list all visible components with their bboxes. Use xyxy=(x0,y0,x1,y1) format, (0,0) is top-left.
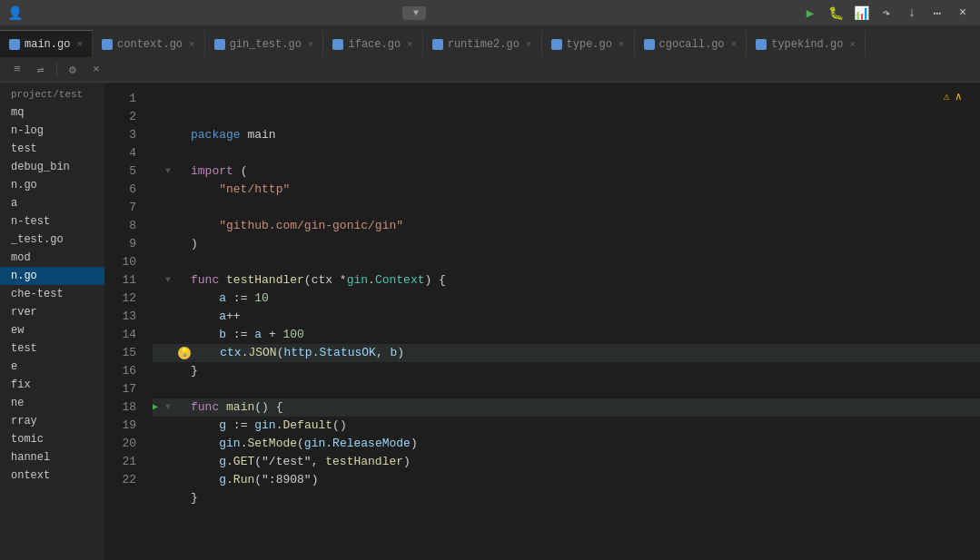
step-over-button[interactable]: ↷ xyxy=(876,3,896,23)
sidebar-item[interactable]: mq xyxy=(0,103,104,122)
tab-close-button[interactable]: × xyxy=(189,39,195,50)
sidebar-item[interactable]: fix xyxy=(0,376,104,394)
sidebar-item[interactable]: ew xyxy=(0,321,104,339)
tab-close-button[interactable]: × xyxy=(526,39,532,50)
code-line xyxy=(153,199,980,217)
code-line: b := a + 100 xyxy=(153,326,980,344)
line-number: 10 xyxy=(104,253,136,271)
sidebar-item[interactable]: rray xyxy=(0,412,104,430)
sidebar-item[interactable]: tomic xyxy=(0,430,104,448)
run-button[interactable]: ▶ xyxy=(800,3,820,23)
code-line-content: func main() { xyxy=(191,398,282,417)
tab-typego[interactable]: type.go × xyxy=(542,30,635,57)
line-number: 19 xyxy=(104,417,136,435)
tab-icon xyxy=(756,39,767,50)
tab-close-button[interactable]: × xyxy=(619,39,625,50)
titlebar-left: 👤 xyxy=(7,5,28,21)
sidebar-project-path: project/test xyxy=(0,86,104,103)
fold-indicator-icon[interactable]: ▼ xyxy=(165,162,178,181)
line-number: 15 xyxy=(104,344,136,362)
tab-close-button[interactable]: × xyxy=(407,39,413,50)
tab-cgocallgo[interactable]: cgocall.go × xyxy=(635,30,747,57)
tab-runtime2go[interactable]: runtime2.go × xyxy=(423,30,542,57)
editor[interactable]: ⚠ ∧ 12345678910111213141516171819202122 … xyxy=(104,83,980,560)
profile-button[interactable]: 📊 xyxy=(851,3,871,23)
tab-contextgo[interactable]: context.go × xyxy=(93,30,205,57)
code-line: } xyxy=(153,362,980,380)
sidebar-item[interactable]: n.go xyxy=(0,176,104,194)
settings-button[interactable]: ⚙ xyxy=(63,60,83,80)
tab-close-button[interactable]: × xyxy=(849,39,856,50)
code-line: gin.SetMode(gin.ReleaseMode) xyxy=(153,435,980,453)
code-line: ▼func testHandler(ctx *gin.Context) { xyxy=(153,271,980,290)
line-number: 6 xyxy=(104,181,136,199)
code-line-content: import ( xyxy=(191,162,247,181)
sidebar-item[interactable]: hannel xyxy=(0,448,104,467)
fold-all-button[interactable]: ≡ xyxy=(7,60,27,80)
unfold-button[interactable]: ⇌ xyxy=(31,60,51,80)
dropdown-arrow-icon: ▼ xyxy=(413,8,419,18)
code-container: 12345678910111213141516171819202122 pack… xyxy=(104,83,980,560)
sidebar-item[interactable]: n-test xyxy=(0,212,104,231)
code-content[interactable]: package main▼import ( "net/http" "github… xyxy=(145,83,980,560)
code-line: g.GET("/test", testHandler) xyxy=(153,453,980,471)
toolbar-separator xyxy=(56,63,57,77)
tabbar: main.go × context.go × gin_test.go × ifa… xyxy=(0,25,980,57)
close-window-button[interactable]: × xyxy=(953,3,973,23)
code-line-content: a++ xyxy=(191,308,241,326)
tab-close-button[interactable]: × xyxy=(731,39,737,50)
line-number: 12 xyxy=(104,290,136,308)
code-line-content: ctx.JSON(http.StatusOK, b) xyxy=(192,344,404,362)
sidebar-item[interactable]: _test.go xyxy=(0,231,104,249)
more-button[interactable]: ⋯ xyxy=(927,3,947,23)
tab-label: context.go xyxy=(117,38,183,51)
sidebar-item[interactable]: a xyxy=(0,194,104,212)
tab-close-button[interactable]: × xyxy=(308,39,314,50)
hint-icon[interactable]: 💡 xyxy=(178,347,191,359)
code-line: ) xyxy=(153,235,980,253)
sidebar-item[interactable]: test xyxy=(0,140,104,158)
line-number: 5 xyxy=(104,162,136,181)
fold-indicator-icon[interactable]: ▼ xyxy=(165,271,178,290)
line-number: 18 xyxy=(104,398,136,417)
code-line-content: "github.com/gin-gonic/gin" xyxy=(191,217,403,235)
line-number: 1 xyxy=(104,90,136,108)
tab-maingo[interactable]: main.go × xyxy=(0,30,93,57)
line-number: 20 xyxy=(104,435,136,453)
code-line: package main xyxy=(153,126,980,144)
sidebar-item[interactable]: ontext xyxy=(0,467,104,485)
run-config[interactable]: ▼ xyxy=(402,6,426,20)
tab-ifacego[interactable]: iface.go × xyxy=(323,30,422,57)
fold-indicator-icon[interactable]: ▼ xyxy=(165,398,178,417)
tab-icon xyxy=(332,39,343,50)
code-line xyxy=(153,507,980,526)
step-into-button[interactable]: ↓ xyxy=(902,3,922,23)
code-line: } xyxy=(153,489,980,507)
sidebar-item[interactable]: n-log xyxy=(0,122,104,140)
tab-gin_testgo[interactable]: gin_test.go × xyxy=(205,30,324,57)
line-number: 11 xyxy=(104,271,136,290)
line-number: 16 xyxy=(104,362,136,380)
close-editor-button[interactable]: × xyxy=(86,60,106,80)
tab-typekindgo[interactable]: typekind.go × xyxy=(747,30,866,57)
titlebar-right: ▶ 🐛 📊 ↷ ↓ ⋯ × xyxy=(800,3,973,23)
warning-icon: ⚠ xyxy=(944,90,950,103)
toolbar: ≡ ⇌ ⚙ × xyxy=(0,57,980,83)
code-line: g := gin.Default() xyxy=(153,417,980,435)
user-icon: 👤 xyxy=(7,5,23,21)
sidebar-item[interactable]: debug_bin xyxy=(0,158,104,176)
sidebar-item[interactable]: rver xyxy=(0,303,104,321)
debug-button[interactable]: 🐛 xyxy=(826,3,846,23)
sidebar-item[interactable]: n.go xyxy=(0,267,104,285)
sidebar-item[interactable]: e xyxy=(0,358,104,376)
sidebar-item[interactable]: mod xyxy=(0,249,104,267)
tab-close-button[interactable]: × xyxy=(76,39,83,50)
code-line-content: package main xyxy=(191,126,276,144)
sidebar-item[interactable]: ne xyxy=(0,394,104,412)
sidebar-item[interactable]: test xyxy=(0,339,104,358)
code-line: a := 10 xyxy=(153,290,980,308)
line-number: 4 xyxy=(104,144,136,162)
sidebar-item[interactable]: che-test xyxy=(0,285,104,303)
tab-icon xyxy=(214,39,225,50)
code-line xyxy=(153,380,980,398)
